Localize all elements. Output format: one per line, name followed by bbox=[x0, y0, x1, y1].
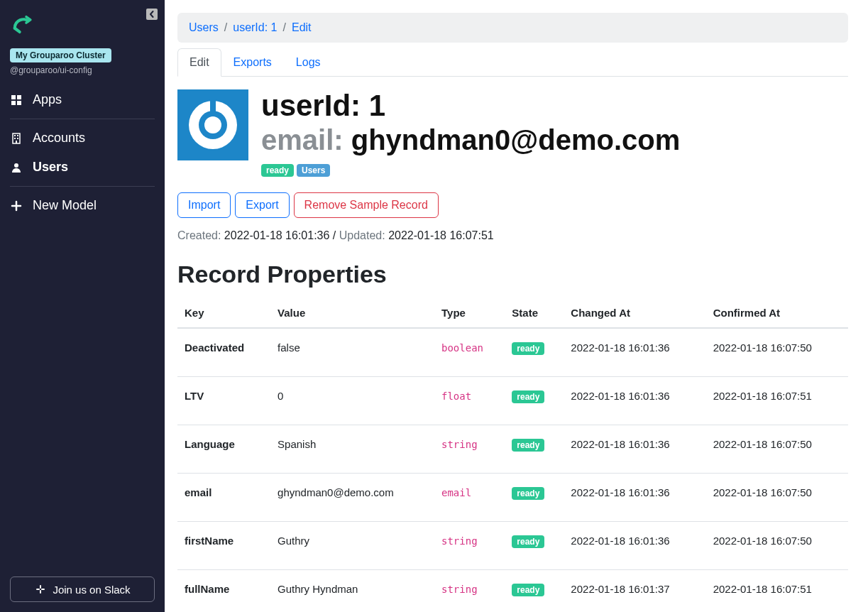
confirmed-at: 2022-01-18 16:07:50 bbox=[706, 474, 848, 522]
tabs: EditExportsLogs bbox=[177, 48, 848, 77]
property-type: string bbox=[441, 535, 478, 547]
property-key: LTV bbox=[177, 377, 270, 425]
breadcrumb-link[interactable]: userId: 1 bbox=[233, 21, 277, 33]
state-badge: ready bbox=[512, 487, 544, 500]
sidebar-item-accounts[interactable]: Accounts bbox=[10, 124, 155, 153]
state-badge: ready bbox=[512, 439, 544, 452]
changed-at: 2022-01-18 16:01:36 bbox=[564, 377, 705, 425]
tab-logs[interactable]: Logs bbox=[284, 48, 333, 77]
export-button[interactable]: Export bbox=[235, 192, 289, 218]
breadcrumb-separator: / bbox=[224, 21, 227, 33]
breadcrumb-link[interactable]: Users bbox=[189, 21, 219, 33]
property-type: float bbox=[441, 390, 471, 402]
sidebar-item-label: New Model bbox=[33, 198, 97, 213]
property-key: firstName bbox=[177, 522, 270, 570]
svg-rect-6 bbox=[17, 135, 18, 136]
table-header: Key bbox=[177, 298, 270, 328]
sidebar-item-label: Accounts bbox=[33, 131, 85, 146]
confirmed-at: 2022-01-18 16:07:51 bbox=[706, 377, 848, 425]
svg-point-10 bbox=[14, 163, 18, 168]
property-value: Guthry bbox=[270, 522, 434, 570]
svg-rect-12 bbox=[41, 589, 45, 590]
property-value: Guthry Hyndman bbox=[270, 570, 434, 612]
building-icon bbox=[10, 132, 23, 145]
status-chips: readyUsers bbox=[261, 163, 680, 177]
package-name: @grouparoo/ui-config bbox=[10, 65, 155, 75]
slack-icon bbox=[34, 583, 47, 596]
properties-table: KeyValueTypeStateChanged AtConfirmed At … bbox=[177, 298, 848, 612]
property-value: ghyndman0@demo.com bbox=[270, 474, 434, 522]
property-key: Deactivated bbox=[177, 328, 270, 377]
table-header: Value bbox=[270, 298, 434, 328]
svg-rect-13 bbox=[40, 585, 41, 589]
tab-exports[interactable]: Exports bbox=[221, 48, 284, 77]
table-header: Confirmed At bbox=[706, 298, 848, 328]
svg-rect-8 bbox=[17, 138, 18, 139]
main-content: Users/userId: 1/Edit EditExportsLogs use… bbox=[165, 0, 868, 612]
avatar bbox=[177, 89, 248, 160]
breadcrumb-separator: / bbox=[283, 21, 286, 33]
table-row: fullNameGuthry Hyndmanstringready2022-01… bbox=[177, 570, 848, 612]
changed-at: 2022-01-18 16:01:37 bbox=[564, 570, 705, 612]
svg-rect-0 bbox=[11, 95, 16, 99]
property-value: 0 bbox=[270, 377, 434, 425]
property-type: string bbox=[441, 584, 478, 595]
action-buttons: Import Export Remove Sample Record bbox=[177, 192, 848, 218]
breadcrumb-link[interactable]: Edit bbox=[292, 21, 312, 33]
state-badge: ready bbox=[512, 342, 544, 355]
confirmed-at: 2022-01-18 16:07:50 bbox=[706, 328, 848, 377]
sidebar-item-users[interactable]: Users bbox=[10, 153, 155, 182]
sidebar-item-apps[interactable]: Apps bbox=[10, 85, 155, 114]
changed-at: 2022-01-18 16:01:36 bbox=[564, 328, 705, 377]
svg-rect-14 bbox=[40, 590, 41, 594]
table-header: State bbox=[505, 298, 564, 328]
property-key: fullName bbox=[177, 570, 270, 612]
slack-button-label: Join us on Slack bbox=[53, 584, 130, 596]
logo[interactable] bbox=[10, 11, 155, 38]
confirmed-at: 2022-01-18 16:07:50 bbox=[706, 522, 848, 570]
nav-separator bbox=[10, 119, 155, 119]
property-value: Spanish bbox=[270, 425, 434, 474]
state-badge: ready bbox=[512, 535, 544, 548]
grouparoo-logo-icon bbox=[10, 11, 34, 35]
record-properties-heading: Record Properties bbox=[177, 261, 848, 288]
table-row: LanguageSpanishstringready2022-01-18 16:… bbox=[177, 425, 848, 474]
table-row: firstNameGuthrystringready2022-01-18 16:… bbox=[177, 522, 848, 570]
changed-at: 2022-01-18 16:01:36 bbox=[564, 522, 705, 570]
sidebar-item-new-model[interactable]: New Model bbox=[10, 191, 155, 220]
sidebar-item-label: Users bbox=[33, 160, 68, 175]
table-header: Changed At bbox=[564, 298, 705, 328]
state-badge: ready bbox=[512, 390, 544, 403]
table-header: Type bbox=[434, 298, 505, 328]
cluster-badge[interactable]: My Grouparoo Cluster bbox=[10, 48, 111, 62]
status-badge: Users bbox=[297, 164, 330, 177]
table-row: LTV0floatready2022-01-18 16:01:362022-01… bbox=[177, 377, 848, 425]
svg-rect-3 bbox=[17, 101, 21, 105]
remove-sample-record-button[interactable]: Remove Sample Record bbox=[294, 192, 439, 218]
property-type: boolean bbox=[441, 342, 483, 354]
gravatar-icon bbox=[177, 89, 248, 160]
property-type: email bbox=[441, 487, 471, 498]
record-header: userId: 1 email: ghyndman0@demo.com read… bbox=[177, 89, 848, 177]
confirmed-at: 2022-01-18 16:07:50 bbox=[706, 425, 848, 474]
svg-rect-7 bbox=[14, 138, 16, 139]
svg-point-19 bbox=[204, 116, 221, 133]
record-subtitle: email: ghyndman0@demo.com bbox=[261, 124, 680, 156]
nav-separator bbox=[10, 186, 155, 187]
record-title: userId: 1 bbox=[261, 89, 680, 122]
changed-at: 2022-01-18 16:01:36 bbox=[564, 425, 705, 474]
tab-edit[interactable]: Edit bbox=[177, 48, 221, 77]
sidebar: My Grouparoo Cluster @grouparoo/ui-confi… bbox=[0, 0, 165, 612]
breadcrumb: Users/userId: 1/Edit bbox=[177, 13, 848, 43]
sidebar-nav: AppsAccountsUsersNew Model bbox=[0, 85, 165, 220]
chevron-left-icon bbox=[148, 11, 155, 18]
svg-rect-1 bbox=[17, 95, 21, 99]
sidebar-collapse-button[interactable] bbox=[146, 9, 158, 20]
property-value: false bbox=[270, 328, 434, 377]
property-key: Language bbox=[177, 425, 270, 474]
grid-icon bbox=[10, 94, 23, 106]
state-badge: ready bbox=[512, 584, 544, 596]
svg-rect-2 bbox=[11, 101, 16, 105]
import-button[interactable]: Import bbox=[177, 192, 231, 218]
join-slack-button[interactable]: Join us on Slack bbox=[10, 577, 155, 602]
